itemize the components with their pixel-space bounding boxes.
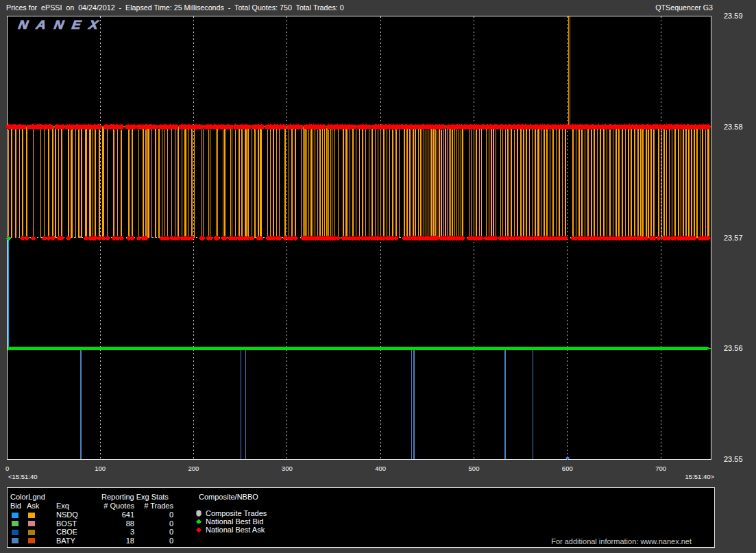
svg-text:0: 0 xyxy=(169,519,173,528)
svg-text:500: 500 xyxy=(469,465,480,472)
svg-text:400: 400 xyxy=(375,465,386,472)
svg-text:23.58: 23.58 xyxy=(724,123,743,131)
svg-text:ColorLgnd: ColorLgnd xyxy=(10,493,45,501)
svg-text:NANEX: NANEX xyxy=(17,18,107,32)
svg-text:0: 0 xyxy=(5,465,9,472)
svg-text:23.56: 23.56 xyxy=(724,344,743,352)
svg-text:QTSequencer G3: QTSequencer G3 xyxy=(655,3,713,12)
svg-text:# Quotes: # Quotes xyxy=(103,502,134,510)
svg-text:For additional information: ww: For additional information: www.nanex.ne… xyxy=(551,537,692,545)
svg-text:Ask: Ask xyxy=(27,502,40,510)
svg-text:100: 100 xyxy=(95,465,106,472)
svg-text:600: 600 xyxy=(562,465,573,472)
svg-text:88: 88 xyxy=(126,519,134,528)
svg-text:700: 700 xyxy=(655,465,666,472)
svg-text:0: 0 xyxy=(169,528,173,536)
svg-text:<15:51:40: <15:51:40 xyxy=(8,473,38,480)
svg-text:CBOE: CBOE xyxy=(56,528,77,536)
svg-text:BATY: BATY xyxy=(56,537,76,545)
svg-text:National Best Bid: National Best Bid xyxy=(206,517,263,526)
svg-text:Reporting Exg Stats: Reporting Exg Stats xyxy=(101,493,169,501)
svg-text:200: 200 xyxy=(188,465,199,472)
svg-text:Exq: Exq xyxy=(56,502,69,510)
svg-text:300: 300 xyxy=(282,465,293,472)
svg-text:23.55: 23.55 xyxy=(724,455,743,463)
svg-text:23.57: 23.57 xyxy=(724,234,743,242)
svg-text:Bid: Bid xyxy=(10,502,21,510)
svg-text:0: 0 xyxy=(169,537,173,545)
svg-text:# Trades: # Trades xyxy=(144,502,173,510)
svg-text:National Best Ask: National Best Ask xyxy=(206,526,265,534)
svg-text:23.59: 23.59 xyxy=(724,12,743,20)
svg-text:Composite/NBBO: Composite/NBBO xyxy=(199,493,258,501)
svg-text:NSDQ: NSDQ xyxy=(56,511,78,519)
svg-text:641: 641 xyxy=(122,511,134,519)
svg-text:18: 18 xyxy=(126,537,134,545)
svg-text:3: 3 xyxy=(130,528,134,536)
svg-text:BOST: BOST xyxy=(56,519,77,528)
svg-text:Composite Trades: Composite Trades xyxy=(206,509,267,517)
svg-text:Prices for ePSSI on 04/24/2: Prices for ePSSI on 04/24/2012 - Elapsed… xyxy=(6,3,344,12)
svg-text:15:51:40>: 15:51:40> xyxy=(685,473,714,480)
svg-text:0: 0 xyxy=(169,511,173,519)
